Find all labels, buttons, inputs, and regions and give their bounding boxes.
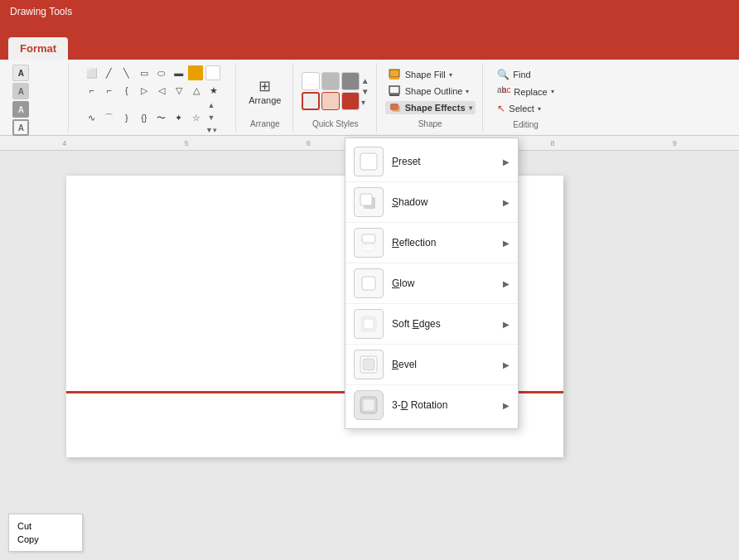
select-button[interactable]: ↖ Select ▾ — [494, 102, 557, 115]
ruler-tick-5: 5 — [125, 139, 247, 147]
wordart-style-1[interactable]: A — [12, 65, 29, 81]
menu-item-preset[interactable]: Preset ▶ — [345, 142, 518, 182]
svg-rect-5 — [392, 105, 400, 112]
shadow-icon — [354, 187, 384, 217]
cut-item[interactable]: Cut — [17, 519, 74, 533]
svg-rect-17 — [363, 359, 374, 370]
qs-up[interactable]: ▲ — [361, 76, 370, 85]
ribbon-group-arrange: ⊞ Arrange Arrange — [238, 63, 293, 132]
menu-item-soft-edges[interactable]: Soft Edges ▶ — [345, 304, 518, 345]
quick-styles-area: ▲ ▼ ▾ — [302, 72, 370, 110]
shape-outline-button[interactable]: Shape Outline ▾ — [385, 84, 476, 98]
scroll-down[interactable]: ▼ — [205, 112, 217, 123]
menu-item-shadow[interactable]: Shadow ▶ — [345, 182, 518, 223]
shape-bracket[interactable]: ⌐ — [101, 82, 118, 99]
wordart-style-2[interactable]: A — [12, 83, 29, 99]
preset-icon — [354, 147, 384, 176]
shape-text[interactable]: ⬜ — [84, 65, 100, 81]
svg-rect-3 — [389, 94, 399, 96]
arrange-button[interactable]: ⊞ Arrange — [244, 74, 286, 109]
find-button[interactable]: 🔍 Find — [494, 68, 557, 81]
shape-effects-dropdown: Preset ▶ Shadow ▶ Reflection ▶ — [345, 138, 519, 429]
shape-fill-chevron[interactable]: ▾ — [449, 71, 452, 79]
ribbon-tabs: Format — [0, 23, 739, 60]
shape-arrow-r[interactable]: ▷ — [136, 82, 152, 99]
shape-brace2[interactable]: } — [118, 109, 135, 126]
shadow-chevron: ▶ — [503, 198, 510, 207]
3d-rotation-chevron: ▶ — [503, 401, 510, 410]
quickstyles-group-label: Quick Styles — [312, 119, 359, 128]
shape-arrow-d[interactable]: ▽ — [171, 82, 187, 99]
qs-more[interactable]: ▾ — [361, 98, 370, 107]
shape-line2[interactable]: ╲ — [118, 65, 135, 81]
svg-rect-1 — [389, 78, 399, 80]
ribbon-group-wordart: A A A A A▾ A▾ A▾ WordArt Styles — [5, 63, 69, 132]
shape-brace[interactable]: { — [118, 82, 135, 99]
menu-item-glow[interactable]: Glow ▶ — [345, 263, 518, 304]
shape-wavy[interactable]: 〜 — [153, 109, 170, 126]
shape-scroll[interactable]: ☆ — [188, 109, 205, 126]
shape-fill-button[interactable]: Shape Fill ▾ — [385, 68, 476, 81]
shape-brace3[interactable]: {} — [136, 109, 152, 126]
qs-sample-3[interactable] — [341, 72, 360, 90]
replace-button[interactable]: abac Replace ▾ — [494, 84, 557, 99]
editing-controls: 🔍 Find abac Replace ▾ ↖ Select ▾ — [494, 65, 557, 118]
shape-oval[interactable]: ⬭ — [153, 65, 170, 81]
bevel-label: Bevel — [392, 359, 495, 370]
shape-outline-icon — [389, 85, 402, 97]
qs-sample-1[interactable] — [302, 72, 320, 90]
shape-line[interactable]: ╱ — [101, 65, 118, 81]
tab-format[interactable]: Format — [8, 37, 68, 60]
shape-curve[interactable]: ⌒ — [101, 109, 118, 126]
menu-item-3d-rotation[interactable]: 3-D Rotation ▶ — [345, 385, 518, 425]
soft-edges-label: Soft Edges — [392, 318, 495, 330]
shape-freeform[interactable]: ∿ — [84, 109, 100, 126]
scroll-more[interactable]: ▼▾ — [205, 124, 217, 136]
shape-white-rect[interactable] — [205, 65, 220, 80]
bevel-icon — [354, 350, 384, 379]
reflection-label: Reflection — [392, 237, 495, 249]
qs-samples — [302, 72, 360, 110]
find-icon: 🔍 — [497, 69, 510, 80]
reflection-chevron: ▶ — [503, 239, 510, 248]
select-chevron[interactable]: ▾ — [538, 105, 541, 113]
replace-icon: abac — [497, 85, 510, 98]
glow-chevron: ▶ — [503, 279, 510, 288]
shape-effects-label: Shape Effects — [405, 103, 466, 113]
qs-sample-5[interactable] — [321, 92, 340, 110]
select-icon: ↖ — [497, 103, 505, 114]
qs-sample-4[interactable] — [302, 92, 320, 110]
ribbon-group-editing: 🔍 Find abac Replace ▾ ↖ Select ▾ Editing — [485, 63, 568, 132]
shape-effects-chevron[interactable]: ▾ — [469, 104, 472, 112]
shape-arrow-u[interactable]: △ — [188, 82, 205, 99]
title-text: Drawing Tools — [10, 6, 72, 17]
shape-rect[interactable]: ▭ — [136, 65, 152, 81]
svg-rect-15 — [364, 319, 374, 329]
qs-down[interactable]: ▼ — [361, 87, 370, 96]
shape-star2[interactable]: ✦ — [171, 109, 187, 126]
shape-rect2[interactable]: ▬ — [171, 65, 187, 81]
svg-rect-10 — [360, 194, 372, 205]
menu-item-reflection[interactable]: Reflection ▶ — [345, 223, 518, 263]
shadow-label: Shadow — [392, 196, 495, 208]
shape-outline-chevron[interactable]: ▾ — [466, 88, 469, 95]
scroll-up[interactable]: ▲ — [205, 99, 217, 111]
copy-item[interactable]: Copy — [17, 533, 74, 546]
3d-rotation-icon — [354, 390, 384, 420]
shape-effects-button[interactable]: Shape Effects ▾ — [385, 101, 476, 114]
shape-star[interactable]: ★ — [205, 82, 222, 99]
soft-edges-icon — [354, 309, 384, 339]
ruler-tick-4: 4 — [3, 139, 125, 147]
qs-sample-6[interactable] — [341, 92, 360, 110]
shape-arrow-l[interactable]: ◁ — [153, 82, 170, 99]
qs-sample-2[interactable] — [321, 72, 340, 90]
shape-controls: Shape Fill ▾ Shape Outline ▾ Shape Effec… — [385, 65, 476, 118]
replace-chevron[interactable]: ▾ — [551, 88, 554, 95]
svg-rect-19 — [363, 399, 374, 411]
shape-angle[interactable]: ⌐ — [84, 82, 100, 99]
shape-orange-rect[interactable] — [188, 65, 203, 80]
ribbon-group-shape: Shape Fill ▾ Shape Outline ▾ Shape Effec… — [379, 63, 483, 132]
wordart-style-3[interactable]: A — [12, 101, 29, 118]
wordart-style-4[interactable]: A — [12, 119, 29, 136]
menu-item-bevel[interactable]: Bevel ▶ — [345, 345, 518, 385]
